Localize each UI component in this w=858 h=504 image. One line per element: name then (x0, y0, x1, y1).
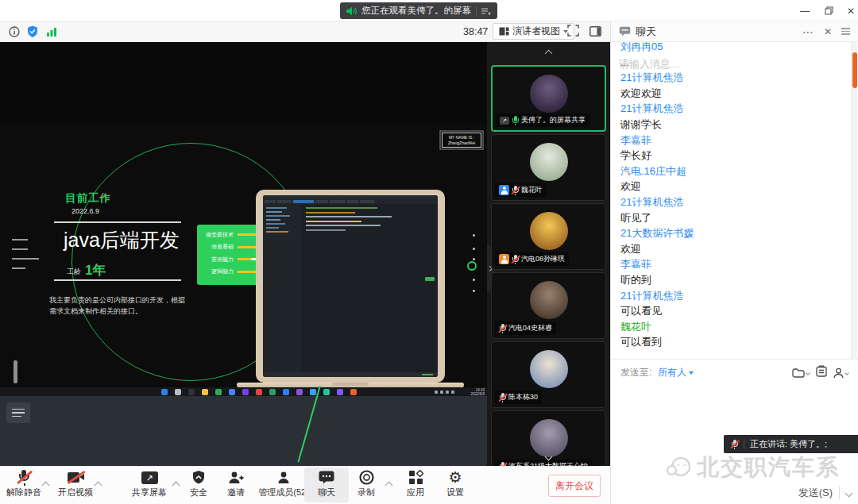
send-options-chevron[interactable] (845, 489, 853, 497)
chat-message: 21大数据许书媛 欢迎 (620, 225, 849, 256)
send-to-label: 发送至: (620, 366, 651, 379)
remote-taskbar-icons (161, 389, 357, 395)
audio-options-caret[interactable] (43, 477, 51, 485)
chat-message-list[interactable]: 刘冉冉05 ... 21计算机焦浩 欢迎欢迎 21计算机焦浩 谢谢学长 (611, 42, 849, 359)
avatar (530, 281, 568, 319)
participant-name-chip: 汽电04史林睿 (495, 321, 556, 335)
slide-scrollbar (14, 360, 17, 383)
participant-tile-sharer[interactable]: 美俜了。的屏幕共享 (491, 65, 606, 132)
chat-message: 李嘉菲 听的到 (620, 256, 849, 287)
close-button[interactable]: ✕ (841, 4, 858, 17)
mic-muted-icon (17, 470, 30, 486)
screen-share-view: 目前工作 2022.6.9 java后端开发 工龄 1年 我主要负责的是公司内部… (0, 42, 487, 466)
chat-panel: 聊天 ⋯ ✕ 刘冉冉05 ... 21计算机焦浩 欢迎欢迎 (610, 21, 858, 504)
remote-app-icon (310, 389, 316, 395)
remote-app-icon (296, 389, 303, 395)
record-button[interactable]: 录制 (344, 469, 388, 498)
shared-slide: 目前工作 2022.6.9 java后端开发 工龄 1年 我主要负责的是公司内部… (0, 123, 487, 387)
slide-list-button[interactable] (6, 402, 30, 423)
slide-divider (54, 221, 181, 223)
members-icon (276, 471, 291, 485)
remote-app-icon (337, 389, 343, 395)
layout-toggle-button[interactable] (589, 25, 601, 40)
send-button[interactable]: 发送(S) (798, 486, 833, 500)
network-status-button[interactable] (44, 25, 59, 38)
speaking-toast: 正在讲话: 美俜了。; (724, 435, 858, 453)
participant-tile[interactable]: 汽电04史林睿 (491, 272, 606, 339)
send-to-value: 所有人 (658, 366, 686, 379)
skill-label: 接受新技术 (202, 231, 234, 239)
mic-on-icon (512, 116, 519, 125)
slide-nav-dot (473, 234, 475, 237)
security-status-button[interactable] (25, 25, 40, 38)
file-button[interactable] (792, 367, 810, 379)
chat-message: 李嘉菲 学长好 (620, 133, 849, 164)
private-chat-button[interactable] (833, 367, 848, 379)
toast-divider (744, 440, 744, 449)
remote-app-icon (188, 389, 195, 395)
banner-divider (476, 6, 477, 16)
chat-input[interactable] (619, 58, 841, 70)
banner-menu-icon[interactable] (481, 7, 491, 15)
message-sender: 汽电.16庄中超 (620, 164, 849, 179)
minimize-button[interactable]: — (794, 4, 815, 17)
participant-tile[interactable]: 汽电08孙琳琪 (491, 203, 606, 270)
view-mode-label: 演讲者视图 (512, 25, 560, 38)
send-divider (839, 487, 840, 499)
message-text: 听见了 (620, 210, 849, 226)
chevron-down-icon (806, 371, 810, 375)
message-sender: 21计算机焦浩 (620, 194, 849, 210)
gear-icon: ⚙ (448, 470, 462, 485)
remote-app-icon (229, 389, 235, 395)
chat-button[interactable]: 聊天 (304, 467, 349, 502)
mic-muted-icon (512, 186, 519, 195)
share-screen-button[interactable]: 共享屏幕 (127, 469, 172, 498)
message-sender: 刘冉冉05 (620, 42, 849, 55)
unmute-button[interactable]: 解除静音 (2, 469, 46, 498)
mic-muted-icon (499, 324, 506, 333)
restore-icon (825, 6, 833, 15)
chat-close-button[interactable]: ✕ (824, 26, 832, 37)
slide-deco-line (12, 239, 28, 240)
chat-message: 21计算机焦浩 听见了 (620, 194, 849, 225)
share-letterbox (0, 396, 487, 466)
settings-button[interactable]: ⚙ 设置 (433, 469, 477, 498)
chat-message: 魏花叶 可以看到 (620, 319, 849, 350)
slide-nav-current-dot (467, 261, 477, 271)
view-mode-select[interactable]: 演讲者视图 (493, 23, 574, 40)
watching-screen-text: 您正在观看美俜了。的屏幕 (361, 5, 471, 17)
chat-scrollbar-track[interactable] (851, 42, 857, 359)
role-badge-icon (499, 254, 509, 264)
scroll-participants-down-button[interactable] (533, 451, 565, 462)
wechat-channels-logo-icon (667, 456, 694, 479)
watching-screen-banner[interactable]: 您正在观看美俜了。的屏幕 (340, 2, 497, 19)
avatar (530, 350, 568, 388)
message-text: 听的到 (620, 272, 849, 288)
chat-menu-icon[interactable] (841, 26, 850, 37)
message-sender: 21计算机焦浩 (620, 288, 849, 304)
chat-scrollbar-thumb[interactable] (852, 52, 857, 88)
chat-more-button[interactable]: ⋯ (802, 25, 814, 38)
fullscreen-button[interactable] (567, 25, 579, 40)
send-to-dropdown[interactable]: 所有人 (658, 366, 694, 379)
meeting-timer: 38:47 (463, 26, 488, 37)
camera-off-icon (68, 471, 84, 483)
participant-tile[interactable]: 魏花叶 (491, 134, 606, 201)
screen-share-icon (500, 117, 509, 125)
slide-date: 2022.6.9 (72, 207, 99, 215)
leave-meeting-button[interactable]: 离开会议 (548, 475, 601, 497)
meeting-info-button[interactable] (7, 25, 21, 38)
slide-deco-line (12, 258, 39, 260)
apps-button[interactable]: 应用 (393, 469, 438, 498)
participant-tile[interactable]: 陈本栋30 (491, 341, 606, 408)
collapse-strip-button[interactable] (533, 47, 565, 60)
tenure-label: 工龄 (67, 267, 81, 279)
remote-app-icon (215, 389, 222, 395)
announcement-button[interactable] (816, 365, 827, 380)
start-video-button[interactable]: 开启视频 (53, 469, 98, 498)
restore-button[interactable] (818, 4, 839, 17)
message-text: 欢迎欢迎 (620, 86, 849, 102)
video-options-caret[interactable] (95, 477, 103, 485)
watermark-text: 北交职汽车系 (697, 452, 840, 483)
slide-nav-dot (473, 290, 475, 292)
